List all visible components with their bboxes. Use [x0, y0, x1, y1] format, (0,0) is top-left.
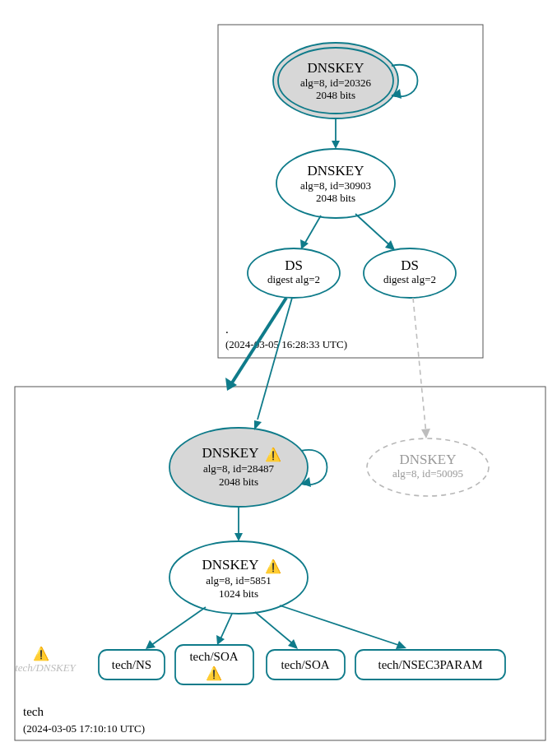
arrowhead-techksk-techzsk — [234, 533, 243, 541]
ds-right-title: DS — [401, 257, 419, 273]
root-zsk-alg: alg=8, id=30903 — [300, 179, 371, 192]
arrowhead-techzsk-soawarn — [216, 635, 225, 645]
zone-tech-label: tech — [23, 705, 44, 718]
arrowhead-rootzsk-dsleft — [300, 239, 309, 249]
root-ksk-title: DNSKEY — [308, 60, 364, 76]
node-root-zsk: DNSKEY alg=8, id=30903 2048 bits — [276, 149, 395, 218]
tech-ksk-title: DNSKEY — [202, 445, 259, 461]
tech-zsk-title: DNSKEY — [202, 557, 259, 573]
edge-rootzsk-dsright — [355, 214, 393, 248]
edge-techzsk-soa — [255, 612, 296, 647]
tech-missing-title: DNSKEY — [400, 452, 457, 467]
rr-tech-soa-warn-label: tech/SOA — [189, 650, 238, 663]
tech-zsk-warn-icon: ⚠️ — [265, 559, 281, 574]
ds-left-alg: digest alg=2 — [267, 273, 320, 285]
tech-zsk-alg: alg=8, id=5851 — [206, 574, 272, 587]
arrowhead-dsright-missing — [421, 429, 430, 438]
faded-warn-icon: ⚠️ — [33, 646, 49, 661]
edge-techzsk-ns — [148, 607, 206, 647]
ds-right-alg: digest alg=2 — [383, 273, 436, 285]
dnssec-trust-diagram: . (2024-03-05 16:28:33 UTC) DNSKEY alg=8… — [0, 0, 557, 756]
tech-zsk-bits: 1024 bits — [219, 587, 258, 600]
tech-ksk-alg: alg=8, id=28487 — [203, 462, 275, 475]
edge-techzsk-nsec3param — [280, 605, 403, 647]
root-zsk-bits: 2048 bits — [316, 192, 355, 204]
tech-missing-alg: alg=8, id=50095 — [392, 467, 463, 480]
faded-label: tech/DNSKEY — [15, 661, 77, 674]
tech-ksk-warn-icon: ⚠️ — [265, 447, 281, 462]
node-tech-missing-key: DNSKEY alg=8, id=50095 — [367, 438, 489, 496]
arrowhead-rootksk-rootzsk — [332, 141, 340, 149]
node-tech-ksk: DNSKEY ⚠️ alg=8, id=28487 2048 bits — [169, 428, 308, 507]
root-ksk-alg: alg=8, id=20326 — [300, 77, 372, 89]
root-zsk-title: DNSKEY — [308, 163, 364, 179]
rr-tech-soa-warn-icon: ⚠️ — [206, 666, 222, 681]
ds-left-title: DS — [285, 257, 303, 273]
node-tech-zsk: DNSKEY ⚠️ alg=8, id=5851 1024 bits — [169, 541, 308, 614]
tech-ksk-bits: 2048 bits — [219, 475, 258, 488]
rr-tech-soa-label: tech/SOA — [281, 658, 329, 671]
edge-dsright-missing — [413, 298, 426, 434]
node-ds-right: DS digest alg=2 — [364, 248, 456, 298]
node-faded-tech-dnskey: ⚠️ tech/DNSKEY — [15, 646, 77, 674]
rr-tech-ns-label: tech/NS — [112, 658, 151, 671]
arrowhead-techzsk-ns — [146, 640, 155, 649]
node-root-ksk: DNSKEY alg=8, id=20326 2048 bits — [273, 43, 398, 118]
root-ksk-bits: 2048 bits — [316, 89, 355, 101]
rr-tech-nsec3param-label: tech/NSEC3PARAM — [378, 658, 483, 671]
zone-root-label: . — [225, 322, 229, 336]
zone-tech-timestamp: (2024-03-05 17:10:10 UTC) — [23, 722, 145, 735]
zone-root-timestamp: (2024-03-05 16:28:33 UTC) — [225, 338, 347, 350]
node-ds-left: DS digest alg=2 — [248, 248, 340, 298]
